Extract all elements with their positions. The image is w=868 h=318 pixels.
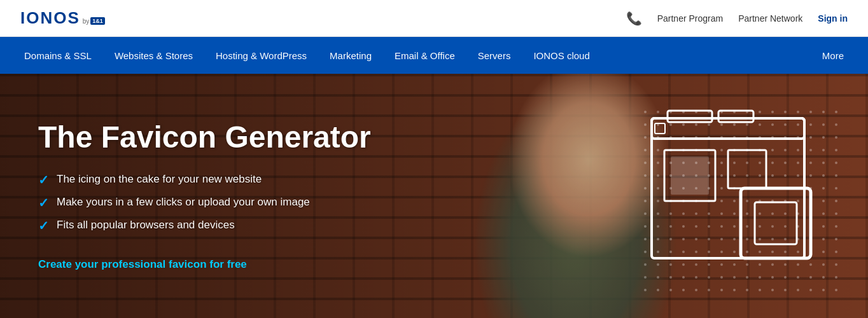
hero-bullets: ✓ The icing on the cake for your new web… xyxy=(38,172,445,240)
svg-point-63 xyxy=(835,149,837,151)
svg-point-72 xyxy=(746,162,748,164)
svg-point-186 xyxy=(771,251,774,253)
svg-point-60 xyxy=(797,149,799,151)
nav-item-websites[interactable]: Websites & Stores xyxy=(103,37,204,74)
svg-point-190 xyxy=(822,251,825,253)
svg-point-158 xyxy=(822,225,825,228)
svg-point-118 xyxy=(720,200,723,202)
svg-point-25 xyxy=(759,123,761,126)
svg-point-94 xyxy=(822,174,825,177)
svg-point-64 xyxy=(644,162,647,164)
svg-point-59 xyxy=(784,149,787,151)
svg-point-219 xyxy=(784,276,787,279)
svg-point-170 xyxy=(771,238,774,240)
svg-point-183 xyxy=(733,251,736,253)
svg-point-47 xyxy=(835,136,837,139)
svg-point-196 xyxy=(695,263,697,266)
nav-item-domains[interactable]: Domains & SSL xyxy=(13,37,103,74)
svg-point-168 xyxy=(746,238,748,240)
logo-badge: 1&1 xyxy=(90,17,105,25)
svg-point-237 xyxy=(809,289,812,291)
svg-point-202 xyxy=(771,263,774,266)
svg-point-213 xyxy=(708,276,710,279)
nav-item-email[interactable]: Email & Office xyxy=(383,37,466,74)
svg-point-131 xyxy=(682,212,685,215)
svg-point-201 xyxy=(759,263,761,266)
svg-point-146 xyxy=(669,225,672,228)
svg-point-167 xyxy=(733,238,736,240)
svg-rect-245 xyxy=(728,150,766,188)
svg-point-130 xyxy=(669,212,672,215)
svg-point-132 xyxy=(695,212,697,215)
svg-point-171 xyxy=(784,238,787,240)
svg-point-205 xyxy=(809,263,812,266)
svg-point-229 xyxy=(708,289,710,291)
nav-item-marketing[interactable]: Marketing xyxy=(318,37,383,74)
svg-point-185 xyxy=(759,251,761,253)
svg-point-113 xyxy=(657,200,659,202)
svg-point-129 xyxy=(657,212,659,215)
svg-point-70 xyxy=(720,162,723,164)
svg-point-124 xyxy=(797,200,799,202)
svg-point-46 xyxy=(822,136,825,139)
svg-point-216 xyxy=(746,276,748,279)
svg-point-110 xyxy=(822,187,825,190)
svg-point-224 xyxy=(644,289,647,291)
nav-item-more[interactable]: More xyxy=(811,37,855,74)
svg-point-162 xyxy=(669,238,672,240)
svg-point-199 xyxy=(733,263,736,266)
svg-point-62 xyxy=(822,149,825,151)
svg-point-133 xyxy=(708,212,710,215)
svg-point-220 xyxy=(797,276,799,279)
svg-point-88 xyxy=(746,174,748,177)
svg-point-187 xyxy=(784,251,787,253)
svg-point-147 xyxy=(682,225,685,228)
svg-point-91 xyxy=(784,174,787,177)
partner-network-link[interactable]: Partner Network xyxy=(738,13,802,24)
svg-point-134 xyxy=(720,212,723,215)
svg-point-191 xyxy=(835,251,837,253)
svg-point-227 xyxy=(682,289,685,291)
svg-point-178 xyxy=(669,251,672,253)
svg-point-209 xyxy=(657,276,659,279)
partner-program-link[interactable]: Partner Program xyxy=(657,13,723,24)
phone-icon: 📞 xyxy=(626,11,642,26)
svg-point-163 xyxy=(682,238,685,240)
svg-point-29 xyxy=(809,123,812,126)
svg-point-97 xyxy=(657,187,659,190)
svg-point-48 xyxy=(644,149,647,151)
svg-point-223 xyxy=(835,276,837,279)
svg-point-152 xyxy=(746,225,748,228)
svg-point-58 xyxy=(771,149,774,151)
svg-point-120 xyxy=(746,200,748,202)
svg-point-169 xyxy=(759,238,761,240)
svg-point-155 xyxy=(784,225,787,228)
svg-point-217 xyxy=(759,276,761,279)
svg-point-0 xyxy=(644,111,647,113)
svg-point-9 xyxy=(759,111,761,113)
svg-point-21 xyxy=(708,123,710,126)
svg-point-92 xyxy=(797,174,799,177)
nav-item-servers[interactable]: Servers xyxy=(466,37,522,74)
svg-point-95 xyxy=(835,174,837,177)
svg-point-193 xyxy=(657,263,659,266)
svg-point-150 xyxy=(720,225,723,228)
svg-point-180 xyxy=(695,251,697,253)
svg-point-18 xyxy=(669,123,672,126)
check-icon-3: ✓ xyxy=(38,218,49,234)
svg-point-75 xyxy=(784,162,787,164)
svg-point-239 xyxy=(835,289,837,291)
svg-point-126 xyxy=(822,200,825,202)
svg-point-238 xyxy=(822,289,825,291)
svg-point-13 xyxy=(809,111,812,113)
svg-point-79 xyxy=(835,162,837,164)
nav-item-cloud[interactable]: IONOS cloud xyxy=(522,37,601,74)
hero-cta-link[interactable]: Create your professional favicon for fre… xyxy=(38,258,445,271)
svg-point-30 xyxy=(822,123,825,126)
signin-link[interactable]: Sign in xyxy=(818,13,848,24)
svg-point-1 xyxy=(657,111,659,113)
svg-point-77 xyxy=(809,162,812,164)
logo-area: IONOS by 1&1 xyxy=(20,8,105,28)
nav-item-hosting[interactable]: Hosting & WordPress xyxy=(204,37,318,74)
svg-point-136 xyxy=(746,212,748,215)
